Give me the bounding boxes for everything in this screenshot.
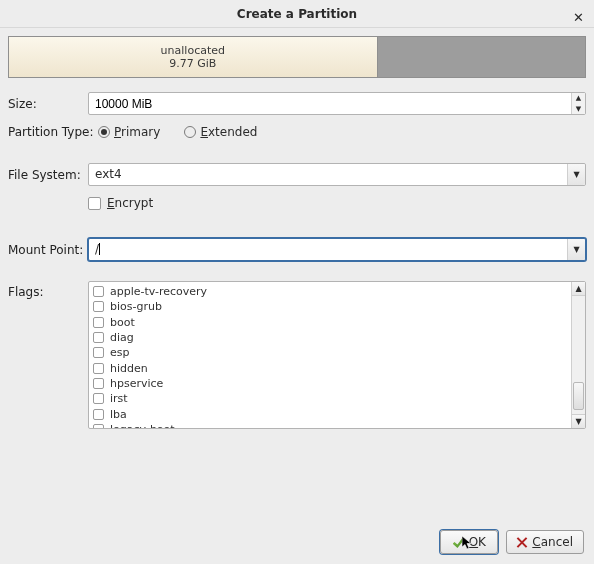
filesystem-combo[interactable]: ext4 ▼ (88, 163, 586, 186)
scroll-up-icon[interactable]: ▲ (572, 282, 585, 296)
flags-label: Flags: (8, 281, 88, 299)
flag-label: hpservice (110, 377, 163, 390)
size-field[interactable]: ▲ ▼ (88, 92, 586, 115)
flag-item[interactable]: hidden (93, 360, 567, 375)
size-step-up-icon[interactable]: ▲ (571, 93, 585, 104)
scroll-down-icon[interactable]: ▼ (572, 414, 585, 428)
mount-point-input[interactable]: / (88, 238, 586, 261)
flag-item[interactable]: bios-grub (93, 299, 567, 314)
checkbox-icon (93, 363, 104, 374)
titlebar: Create a Partition ✕ (0, 0, 594, 28)
flag-label: diag (110, 331, 134, 344)
segment-label: unallocated (161, 44, 225, 57)
checkbox-icon (88, 197, 101, 210)
flag-label: apple-tv-recovery (110, 285, 207, 298)
size-input[interactable] (88, 92, 586, 115)
flag-item[interactable]: lba (93, 406, 567, 421)
flag-label: boot (110, 316, 135, 329)
checkbox-icon (93, 286, 104, 297)
encrypt-checkbox[interactable]: Encrypt (88, 196, 153, 210)
scrollbar[interactable]: ▲ ▼ (571, 282, 585, 428)
flag-label: hidden (110, 362, 148, 375)
flag-label: lba (110, 408, 127, 421)
cancel-icon (517, 537, 528, 548)
flag-label: bios-grub (110, 300, 162, 313)
flag-item[interactable]: boot (93, 315, 567, 330)
flag-item[interactable]: hpservice (93, 376, 567, 391)
disk-segment-unallocated[interactable]: unallocated 9.77 GiB (9, 37, 378, 77)
filesystem-label: File System: (8, 168, 88, 182)
radio-icon (98, 126, 110, 138)
flag-item[interactable]: apple-tv-recovery (93, 284, 567, 299)
mount-point-combo[interactable]: / ▼ (88, 238, 586, 261)
radio-label: Primary (114, 125, 160, 139)
cancel-button[interactable]: Cancel (506, 530, 584, 554)
chevron-down-icon[interactable]: ▼ (567, 164, 585, 185)
checkbox-icon (93, 332, 104, 343)
ok-button[interactable]: OK (440, 530, 498, 554)
size-label: Size: (8, 97, 88, 111)
disk-usage-bar[interactable]: unallocated 9.77 GiB (8, 36, 586, 78)
flag-label: legacy-boot (110, 423, 175, 428)
close-icon[interactable]: ✕ (573, 4, 584, 32)
radio-icon (184, 126, 196, 138)
flag-item[interactable]: irst (93, 391, 567, 406)
checkbox-icon (93, 378, 104, 389)
size-step-down-icon[interactable]: ▼ (571, 104, 585, 115)
cancel-label: Cancel (532, 535, 573, 549)
flag-item[interactable]: esp (93, 345, 567, 360)
checkbox-icon (93, 317, 104, 328)
encrypt-label: Encrypt (107, 196, 153, 210)
partition-type-label: Partition Type: (8, 125, 98, 139)
flag-item[interactable]: diag (93, 330, 567, 345)
flags-listbox[interactable]: apple-tv-recoverybios-grubbootdiagesphid… (88, 281, 586, 429)
chevron-down-icon[interactable]: ▼ (567, 239, 585, 260)
ok-icon (453, 536, 465, 548)
scroll-track[interactable] (572, 296, 585, 414)
scroll-thumb[interactable] (573, 382, 584, 410)
checkbox-icon (93, 393, 104, 404)
checkbox-icon (93, 301, 104, 312)
checkbox-icon (93, 424, 104, 428)
partition-type-primary[interactable]: Primary (98, 125, 160, 139)
disk-segment-remaining[interactable] (378, 37, 585, 77)
segment-size: 9.77 GiB (169, 57, 216, 70)
window-title: Create a Partition (237, 7, 357, 21)
radio-label: Extended (200, 125, 257, 139)
partition-type-extended[interactable]: Extended (184, 125, 257, 139)
ok-label: OK (469, 535, 486, 549)
checkbox-icon (93, 347, 104, 358)
filesystem-value[interactable]: ext4 (88, 163, 586, 186)
flag-item[interactable]: legacy-boot (93, 422, 567, 428)
mount-point-label: Mount Point: (8, 243, 88, 257)
flag-label: esp (110, 346, 129, 359)
flag-label: irst (110, 392, 128, 405)
checkbox-icon (93, 409, 104, 420)
